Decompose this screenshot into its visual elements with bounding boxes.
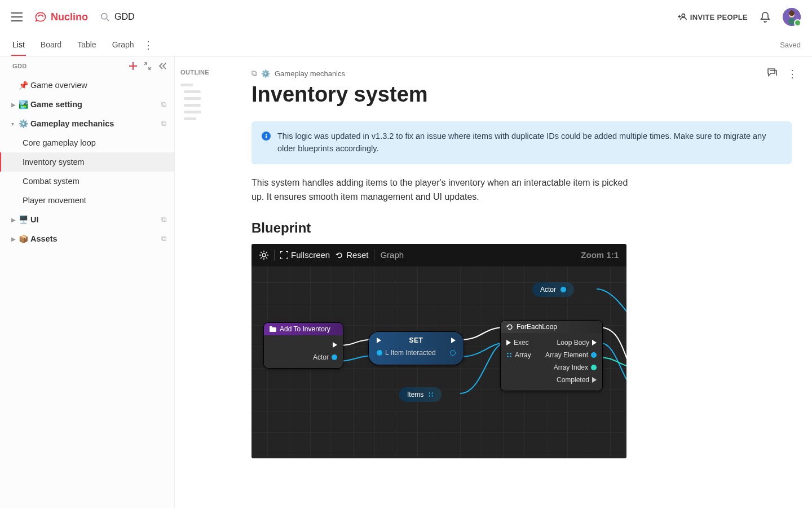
- bp-zoom-label: Zoom 1:1: [581, 250, 619, 260]
- body-paragraph: This system handles adding items to the …: [251, 176, 635, 204]
- bp-mode-label: Graph: [380, 250, 404, 260]
- svg-point-0: [102, 13, 107, 19]
- page-title: Inventory system: [251, 82, 792, 107]
- bp-fullscreen-button[interactable]: Fullscreen: [280, 250, 330, 260]
- breadcrumb[interactable]: ⧉ ⚙️ Gameplay mechanics: [251, 69, 792, 78]
- tabs-more-button[interactable]: ⋮: [143, 39, 153, 51]
- user-avatar[interactable]: [783, 8, 801, 26]
- bp-settings-button[interactable]: [259, 251, 268, 260]
- chevron-right-icon: ▶: [11, 217, 17, 223]
- person-add-icon: [678, 13, 687, 21]
- landscape-icon: 🏞️: [18, 100, 28, 109]
- sidebar-expand-button[interactable]: [144, 62, 152, 70]
- search-input[interactable]: [114, 12, 227, 22]
- svg-rect-6: [266, 135, 267, 138]
- svg-point-1: [682, 14, 685, 17]
- tab-board[interactable]: Board: [39, 34, 63, 56]
- comments-button[interactable]: [767, 68, 777, 80]
- outline-minimap[interactable]: [180, 84, 226, 120]
- tree-item-game-setting[interactable]: ▶🏞️ Game setting ⧉: [0, 95, 174, 114]
- chevron-down-icon: ▾: [11, 121, 17, 127]
- copy-icon[interactable]: ⧉: [161, 119, 166, 128]
- tree-child-core-gameplay[interactable]: Core gameplay loop: [0, 133, 174, 152]
- document-area: ⋮ ⧉ ⚙️ Gameplay mechanics Inventory syst…: [231, 56, 812, 508]
- save-status: Saved: [780, 41, 801, 49]
- package-icon: 📦: [18, 234, 28, 243]
- svg-point-8: [262, 253, 266, 257]
- gear-icon: ⚙️: [18, 119, 28, 128]
- tree-child-player-movement[interactable]: Player movement: [0, 191, 174, 210]
- chevron-right-icon: ▶: [11, 236, 17, 242]
- pin-icon: 📌: [18, 81, 28, 90]
- search-icon: [100, 12, 110, 22]
- invite-button[interactable]: INVITE PEOPLE: [678, 13, 748, 21]
- info-icon: [262, 132, 271, 155]
- tree-child-combat-system[interactable]: Combat system: [0, 172, 174, 191]
- bp-node-actor-pill[interactable]: Actor: [532, 282, 574, 297]
- tree-item-assets[interactable]: ▶📦 Assets ⧉: [0, 229, 174, 248]
- menu-button[interactable]: [7, 7, 27, 27]
- tree-child-inventory-system[interactable]: Inventory system: [0, 152, 174, 172]
- section-heading: Blueprint: [251, 220, 792, 236]
- sidebar: GDD 📌 Game overview ▶🏞️ Game setting ⧉ ▾…: [0, 56, 175, 508]
- blueprint-embed[interactable]: Fullscreen Reset Graph Zoom 1:1: [251, 244, 626, 458]
- copy-icon: ⧉: [251, 69, 257, 78]
- chevron-right-icon: ▶: [11, 102, 17, 108]
- bp-node-items-pill[interactable]: Items: [399, 387, 442, 402]
- svg-rect-4: [788, 18, 795, 25]
- outline-panel: OUTLINE: [175, 56, 231, 508]
- copy-icon[interactable]: ⧉: [161, 100, 166, 109]
- app-name: Nuclino: [51, 11, 88, 23]
- tab-table[interactable]: Table: [76, 34, 97, 56]
- monitor-icon: 🖥️: [18, 215, 28, 224]
- tree-item-ui[interactable]: ▶🖥️ UI ⧉: [0, 210, 174, 229]
- bp-reset-button[interactable]: Reset: [336, 250, 368, 260]
- view-tabs: List Board Table Graph: [11, 34, 135, 56]
- loop-icon: [506, 323, 513, 330]
- bp-node-foreach[interactable]: ForEachLoop Exec Loop Body Array Array E…: [501, 321, 602, 391]
- search-field[interactable]: [100, 12, 227, 22]
- svg-rect-7: [266, 134, 267, 135]
- sidebar-collapse-button[interactable]: [158, 63, 166, 69]
- notifications-button[interactable]: [760, 11, 770, 23]
- tree-item-gameplay-mechanics[interactable]: ▾⚙️ Gameplay mechanics ⧉: [0, 114, 174, 133]
- app-logo[interactable]: Nuclino: [34, 11, 88, 23]
- sidebar-add-button[interactable]: [129, 62, 137, 70]
- tree-item-game-overview[interactable]: 📌 Game overview: [0, 76, 174, 95]
- svg-rect-10: [270, 326, 272, 328]
- callout-text: This logic was updated in v1.3.2 to fix …: [277, 130, 782, 155]
- bp-node-set[interactable]: SET L Item Interacted: [369, 332, 464, 365]
- fullscreen-icon: [280, 251, 288, 259]
- doc-more-button[interactable]: ⋮: [787, 68, 797, 80]
- invite-label: INVITE PEOPLE: [690, 13, 748, 21]
- copy-icon[interactable]: ⧉: [161, 234, 166, 243]
- folder-icon: [270, 326, 276, 332]
- bp-node-add-to-inventory[interactable]: Add To Inventory Actor: [264, 323, 343, 368]
- outline-title: OUTLINE: [180, 69, 226, 76]
- copy-icon[interactable]: ⧉: [161, 215, 166, 224]
- svg-rect-9: [270, 327, 276, 332]
- gear-icon: ⚙️: [261, 69, 270, 78]
- breadcrumb-label: Gameplay mechanics: [275, 69, 345, 78]
- sidebar-title: GDD: [12, 63, 27, 69]
- reset-icon: [336, 251, 343, 259]
- tab-graph[interactable]: Graph: [111, 34, 135, 56]
- tab-list[interactable]: List: [11, 34, 26, 56]
- info-callout: This logic was updated in v1.3.2 to fix …: [251, 121, 792, 164]
